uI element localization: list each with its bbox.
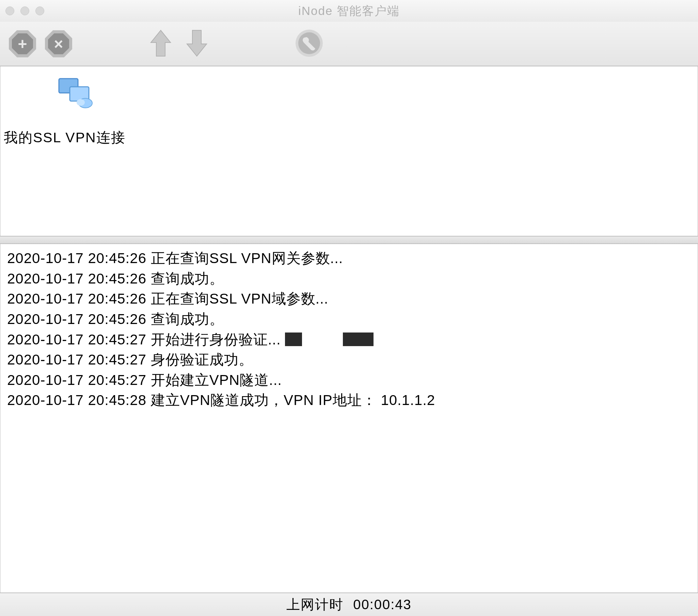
- toolbar: + ×: [0, 22, 698, 66]
- settings-button[interactable]: [293, 28, 325, 60]
- connection-label: 我的SSL VPN连接: [3, 128, 126, 147]
- log-line: 2020-10-17 20:45:26 查询成功。: [7, 309, 691, 329]
- connection-item[interactable]: 我的SSL VPN连接: [3, 75, 146, 147]
- arrow-up-icon: [148, 28, 173, 59]
- log-line: 2020-10-17 20:45:27 开始进行身份验证...: [7, 329, 691, 350]
- add-icon: +: [9, 30, 36, 58]
- log-line: 2020-10-17 20:45:27 身份验证成功。: [7, 349, 691, 370]
- titlebar[interactable]: iNode 智能客户端: [0, 0, 698, 22]
- remove-icon: ×: [45, 30, 72, 58]
- window-title: iNode 智能客户端: [0, 3, 698, 19]
- log-panel[interactable]: 2020-10-17 20:45:26 正在查询SSL VPN网关参数...20…: [0, 244, 698, 593]
- zoom-window-button[interactable]: [36, 6, 44, 15]
- connections-panel[interactable]: 我的SSL VPN连接: [0, 66, 698, 236]
- log-line: 2020-10-17 20:45:26 正在查询SSL VPN域参数...: [7, 289, 691, 309]
- status-time: 00:00:43: [353, 597, 411, 612]
- log-line: 2020-10-17 20:45:26 查询成功。: [7, 269, 691, 289]
- redacted-text: [285, 332, 394, 346]
- wrench-icon: [295, 29, 323, 59]
- remove-button[interactable]: ×: [43, 28, 74, 60]
- log-line: 2020-10-17 20:45:28 建立VPN隧道成功，VPN IP地址： …: [7, 390, 691, 411]
- svg-point-5: [76, 99, 85, 106]
- vpn-connection-icon: [54, 75, 95, 109]
- close-window-button[interactable]: [5, 6, 14, 15]
- move-up-button[interactable]: [145, 28, 176, 60]
- minimize-window-button[interactable]: [20, 6, 29, 15]
- arrow-down-icon: [184, 28, 209, 59]
- log-line: 2020-10-17 20:45:27 开始建立VPN隧道...: [7, 370, 691, 390]
- statusbar: 上网计时 00:00:43: [0, 593, 698, 616]
- app-window: iNode 智能客户端 + ×: [0, 0, 698, 616]
- traffic-lights: [5, 6, 44, 15]
- panel-divider[interactable]: [0, 236, 698, 244]
- move-down-button[interactable]: [181, 28, 212, 60]
- log-line: 2020-10-17 20:45:26 正在查询SSL VPN网关参数...: [7, 248, 691, 269]
- add-button[interactable]: +: [7, 28, 38, 60]
- status-label: 上网计时: [287, 595, 344, 614]
